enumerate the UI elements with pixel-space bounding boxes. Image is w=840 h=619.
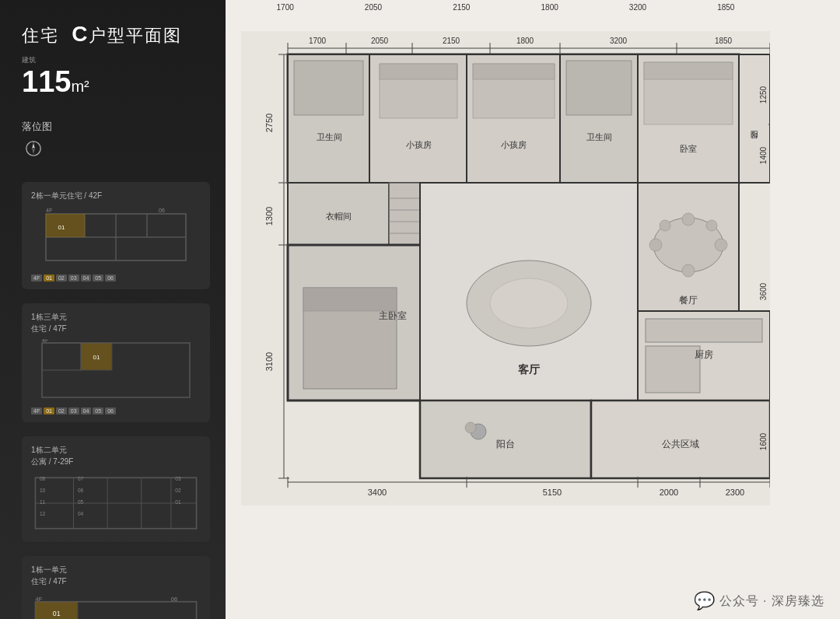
svg-rect-45 (294, 61, 363, 115)
svg-rect-49 (380, 64, 457, 79)
dim-top-1: 1700 (277, 3, 294, 12)
svg-text:05: 05 (78, 499, 84, 505)
svg-text:12: 12 (40, 511, 46, 516)
svg-rect-90 (646, 346, 700, 393)
svg-text:1250: 1250 (759, 86, 768, 103)
svg-text:3200: 3200 (610, 37, 628, 45)
building-card-1: 2栋一单元住宅 / 42F 01 4F 06 4F 01 02 03 04 0 (22, 182, 210, 289)
svg-text:卧室: 卧室 (680, 144, 697, 153)
svg-text:2300: 2300 (726, 488, 744, 497)
mini-plan-2: 01 4F (31, 339, 201, 401)
building-card-3: 1栋二单元公寓 / 7-29F 08 07 10 06 11 05 12 04 … (22, 436, 210, 542)
svg-text:餐厅: 餐厅 (679, 295, 698, 306)
svg-text:1700: 1700 (309, 37, 327, 45)
building-label-4: 1栋一单元住宅 / 47F (31, 564, 201, 587)
building-label-3: 1栋二单元公寓 / 7-29F (31, 444, 201, 467)
svg-text:11: 11 (40, 499, 46, 505)
wechat-icon: 💬 (694, 591, 715, 611)
svg-point-83 (649, 239, 662, 251)
svg-point-82 (682, 264, 695, 277)
svg-rect-56 (566, 61, 632, 115)
svg-text:公共区域: 公共区域 (662, 439, 699, 449)
svg-text:衣帽间: 衣帽间 (326, 212, 352, 221)
svg-point-86 (706, 220, 717, 231)
dim-top-5: 3200 (629, 3, 646, 12)
svg-point-95 (465, 422, 476, 433)
top-dimensions: 1700 2050 2150 1800 3200 1850 (241, 3, 770, 12)
svg-text:2050: 2050 (371, 37, 389, 45)
svg-text:4F: 4F (46, 208, 52, 213)
svg-rect-11 (46, 214, 85, 237)
svg-text:06: 06 (171, 596, 177, 603)
svg-text:3600: 3600 (759, 282, 768, 300)
right-panel: 1700 2050 2150 1800 3200 1850 卫生间 小孩房 小孩… (226, 0, 840, 619)
dim-top-3: 2150 (453, 3, 470, 12)
svg-text:4F: 4F (42, 339, 48, 343)
svg-text:02: 02 (175, 488, 181, 493)
svg-point-77 (490, 278, 568, 328)
svg-rect-6 (85, 214, 116, 237)
location-section: 落位图 (22, 114, 210, 168)
svg-rect-60 (644, 62, 733, 79)
svg-text:客厅: 客厅 (518, 363, 541, 376)
svg-text:1850: 1850 (715, 37, 733, 45)
svg-text:01: 01 (175, 499, 181, 505)
area-label: 建筑 (22, 55, 210, 65)
svg-text:卫生间: 卫生间 (317, 132, 342, 142)
svg-text:01: 01 (58, 224, 65, 231)
title-section: 住宅 C户型平面图 建筑 115m² (22, 22, 210, 96)
svg-text:5150: 5150 (543, 488, 562, 497)
dim-top-6: 1850 (717, 3, 734, 12)
location-label: 落位图 (22, 120, 210, 134)
building-card-4: 1栋一单元住宅 / 47F 01 4F 06 4F 01 02 03 04 05… (22, 556, 210, 619)
plan-title: 住宅 C户型平面图 (22, 22, 210, 47)
area-value: 115m² (22, 65, 89, 98)
unit-row-1: 4F 01 02 03 04 05 06 (31, 275, 201, 282)
svg-rect-89 (646, 319, 762, 342)
svg-text:01: 01 (53, 610, 61, 617)
svg-text:1400: 1400 (759, 146, 768, 164)
svg-text:1600: 1600 (759, 432, 768, 450)
dim-top-4: 1800 (541, 3, 558, 12)
svg-text:3400: 3400 (368, 488, 387, 497)
svg-rect-9 (46, 237, 116, 261)
building-label-1: 2栋一单元住宅 / 42F (31, 190, 201, 201)
svg-text:卫生间: 卫生间 (586, 132, 612, 142)
svg-point-84 (715, 239, 727, 251)
unit-row-2: 4F 01 02 03 04 05 06 (31, 407, 201, 414)
svg-rect-8 (147, 214, 186, 237)
svg-text:1800: 1800 (516, 37, 534, 45)
svg-text:厨房: 厨房 (695, 349, 713, 360)
svg-text:08: 08 (40, 476, 46, 481)
svg-text:07: 07 (78, 476, 84, 481)
svg-text:4F: 4F (35, 596, 42, 603)
svg-text:3100: 3100 (264, 352, 274, 371)
svg-text:04: 04 (78, 511, 84, 516)
svg-text:2750: 2750 (264, 114, 274, 132)
svg-text:01: 01 (93, 354, 100, 361)
dim-top-2: 2050 (365, 3, 382, 12)
floor-plan-svg: 卫生间 小孩房 小孩房 卫生间 卧室 阳台 衣帽间 (241, 23, 770, 513)
svg-text:小孩房: 小孩房 (406, 140, 432, 149)
svg-rect-16 (42, 343, 81, 370)
building-card-2: 1栋三单元住宅 / 47F 01 4F 4F 01 02 03 04 05 06 (22, 303, 210, 422)
mini-plan-1: 01 4F 06 (31, 206, 201, 268)
svg-text:06: 06 (159, 208, 165, 213)
left-panel: 住宅 C户型平面图 建筑 115m² 落位图 2栋一单元住宅 / 42F (0, 0, 226, 619)
svg-rect-73 (303, 288, 397, 311)
mini-plan-3: 08 07 10 06 11 05 12 04 03 02 01 (31, 472, 201, 534)
building-label-2: 1栋三单元住宅 / 47F (31, 311, 201, 334)
svg-text:2000: 2000 (660, 488, 678, 497)
svg-text:06: 06 (78, 488, 84, 493)
watermark: 💬 公众号 · 深房臻选 (694, 591, 824, 611)
svg-marker-2 (32, 149, 35, 154)
compass-icon (25, 140, 42, 157)
svg-text:主卧室: 主卧室 (379, 310, 407, 321)
svg-text:小孩房: 小孩房 (501, 140, 527, 149)
mini-plan-4: 01 4F 06 (31, 592, 201, 619)
svg-text:阳台: 阳台 (496, 439, 515, 449)
svg-text:1300: 1300 (264, 207, 274, 226)
svg-rect-53 (473, 64, 555, 79)
svg-marker-1 (32, 143, 35, 149)
svg-rect-7 (116, 214, 147, 237)
